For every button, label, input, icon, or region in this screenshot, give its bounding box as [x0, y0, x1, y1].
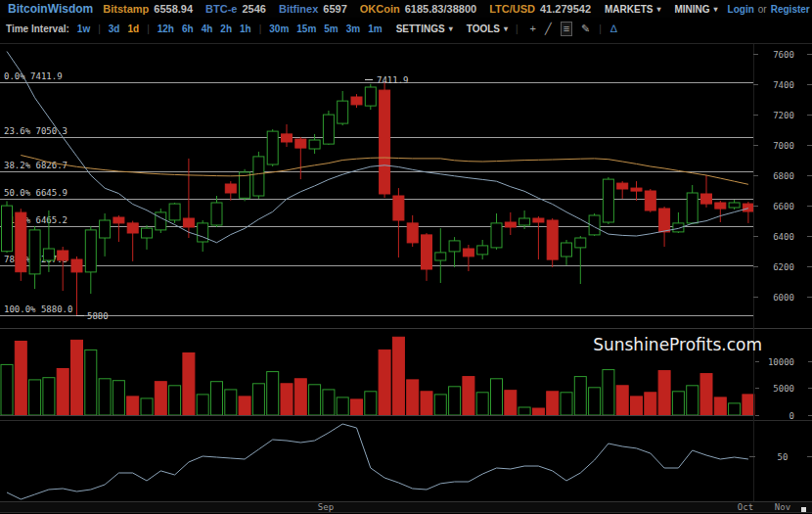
toolbar-separator: | — [259, 23, 262, 34]
volume-bar — [1, 364, 13, 415]
ticker-bitstamp[interactable]: Bitstamp6558.94 — [103, 3, 193, 15]
crosshair-icon[interactable]: + — [530, 23, 536, 35]
alert-bell-icon[interactable]: ∆ — [610, 23, 617, 35]
price-tick-label: 6600 — [773, 202, 794, 211]
toolbar-separator: | — [98, 23, 101, 34]
volume-bar — [547, 392, 559, 415]
interval-1d[interactable]: 1d — [127, 23, 139, 34]
volume-bar — [309, 385, 321, 415]
volume-bar — [392, 337, 404, 415]
price-tick-label: 6200 — [773, 262, 794, 272]
volume-bar — [252, 384, 264, 415]
candle-body — [323, 115, 334, 144]
volume-bar — [141, 398, 153, 415]
ticker-exchange: Bitstamp — [103, 3, 149, 15]
fib-label: 61.8% 6465.2 — [4, 215, 68, 225]
candle-body — [547, 220, 558, 259]
month-label: Oct — [738, 502, 753, 512]
candle-body — [645, 191, 655, 210]
mining-menu[interactable]: MINING ▾ — [674, 4, 717, 15]
fib-label: 50.0% 6645.9 — [4, 188, 68, 198]
settings-menu[interactable]: SETTINGS ▾ — [396, 23, 453, 34]
interval-1h[interactable]: 1h — [240, 23, 251, 34]
fib-label: 38.2% 6826.7 — [4, 161, 68, 170]
tools-menu[interactable]: TOOLS ▾ — [467, 23, 508, 34]
volume-bar — [169, 386, 181, 415]
interval-15m[interactable]: 15m — [296, 23, 316, 34]
volume-tick-label: 0 — [789, 411, 794, 421]
candle-body — [156, 212, 166, 230]
toolbar-separator: | — [599, 23, 602, 34]
candle-body — [2, 206, 13, 252]
toolbar-separator: | — [516, 23, 519, 34]
volume-bar — [323, 390, 335, 415]
volume-bar — [645, 393, 656, 415]
candle-body — [16, 212, 26, 272]
ticker-exchange: LTC/USD — [489, 3, 535, 15]
candle-body — [338, 101, 348, 123]
brush-icon[interactable]: ✎ — [581, 23, 590, 35]
candle-body — [85, 230, 96, 272]
interval-1w[interactable]: 1w — [77, 23, 90, 34]
candle-body — [282, 134, 293, 142]
volume-bar — [603, 370, 614, 415]
volume-tick-label: 10000 — [768, 357, 794, 367]
auth-or-text: or — [758, 4, 767, 15]
ticker-okcoin[interactable]: OKCoin6185.83/38800 — [360, 3, 476, 15]
horizontal-line-icon[interactable]: ≡ — [561, 22, 572, 36]
interval-5m[interactable]: 5m — [324, 23, 338, 34]
ticker-value: 6597 — [323, 3, 346, 15]
candle-body — [491, 223, 502, 248]
volume-bar — [616, 386, 628, 415]
interval-4h[interactable]: 4h — [202, 23, 213, 34]
price-tick-label: 7400 — [773, 80, 794, 90]
drawing-tool-icons: +╱≡✎|∆ — [530, 22, 617, 36]
register-link[interactable]: Register — [771, 4, 810, 15]
interval-3m[interactable]: 3m — [346, 23, 360, 34]
interval-1m[interactable]: 1m — [368, 23, 382, 34]
interval-30m[interactable]: 30m — [269, 23, 289, 34]
toolbar: Time Interval: 1w|3d1d|12h6h4h2h1h|30m15… — [0, 18, 812, 39]
candle-body — [58, 251, 68, 260]
ticker-bitfinex[interactable]: Bitfinex6597 — [279, 3, 347, 15]
toolbar-separator: | — [147, 23, 150, 34]
month-label: Sep — [318, 502, 334, 512]
price-tick-label: 6400 — [773, 232, 794, 242]
volume-bar — [267, 372, 279, 415]
volume-bar — [239, 397, 250, 415]
ticker-value: 2546 — [242, 3, 265, 15]
candle-body — [142, 228, 153, 238]
candle-body — [715, 203, 726, 209]
candle-body — [603, 179, 613, 222]
candle-body — [422, 235, 432, 269]
resize-handle[interactable] — [801, 507, 806, 512]
brand-logo[interactable]: BitcoinWisdom — [8, 2, 93, 16]
candle-body — [729, 203, 740, 208]
candle-body — [463, 249, 474, 257]
ticker-btc-e[interactable]: BTC-e2546 — [205, 3, 266, 15]
volume-bar — [225, 390, 237, 415]
ticker-ltc-usd[interactable]: LTC/USD41.279542 — [489, 3, 591, 15]
candle-body — [617, 183, 628, 189]
volume-bar — [532, 408, 544, 415]
volume-bar — [155, 382, 166, 415]
candle-body — [351, 97, 362, 105]
trendline-icon[interactable]: ╱ — [545, 23, 552, 35]
chart-canvas[interactable]: 0.0% 7411.923.6% 7050.338.2% 6826.750.0%… — [0, 39, 812, 514]
volume-bar — [463, 377, 474, 415]
login-link[interactable]: Login — [728, 4, 754, 15]
interval-6h[interactable]: 6h — [182, 23, 194, 34]
candle-body — [29, 230, 40, 274]
interval-3d[interactable]: 3d — [109, 23, 120, 34]
volume-bar — [337, 397, 348, 415]
markets-menu[interactable]: MARKETS ▾ — [605, 4, 660, 15]
volume-bar — [505, 391, 517, 415]
volume-bar — [672, 392, 684, 415]
volume-bar — [281, 384, 293, 415]
candle-body — [211, 203, 222, 225]
top-header: BitcoinWisdom Bitstamp6558.94BTC-e2546Bi… — [0, 0, 812, 18]
candle-body — [100, 220, 111, 238]
interval-12h[interactable]: 12h — [158, 23, 174, 34]
interval-2h[interactable]: 2h — [220, 23, 232, 34]
candle-body — [43, 249, 54, 260]
